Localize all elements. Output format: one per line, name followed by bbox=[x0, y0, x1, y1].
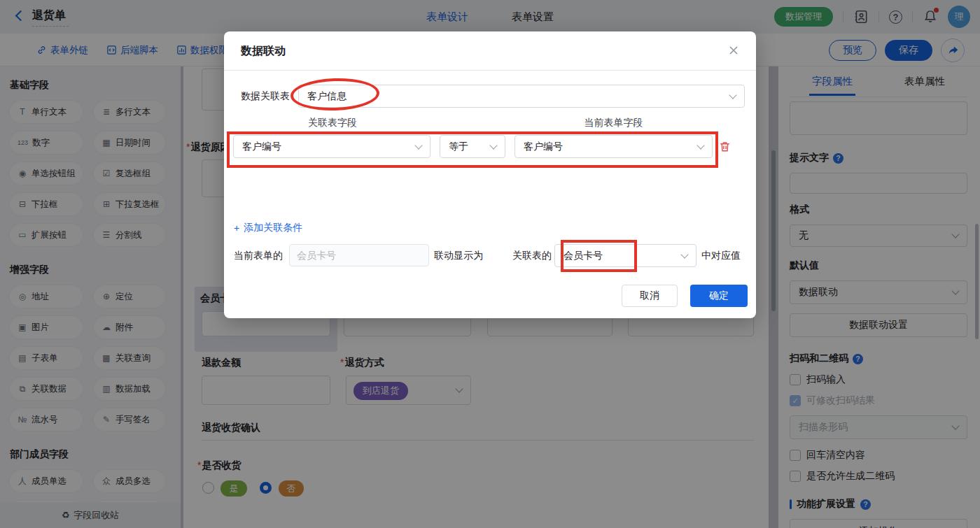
linked-table-label: 数据关联表 bbox=[241, 85, 290, 107]
add-condition-link[interactable]: + 添加关联条件 bbox=[234, 222, 302, 234]
related-table-prefix: 关联表的 bbox=[512, 244, 552, 266]
current-form-prefix: 当前表单的 bbox=[234, 244, 283, 266]
dialog-header-divider bbox=[224, 70, 756, 71]
chevron-down-icon bbox=[489, 141, 497, 149]
close-icon[interactable] bbox=[727, 43, 741, 57]
related-display-field-select[interactable]: 会员卡号 bbox=[554, 244, 696, 267]
data-linkage-dialog: 数据联动 数据关联表 客户信息 关联表字段 当前表单字段 客户编号 等于 客户编… bbox=[224, 31, 756, 318]
delete-condition-icon[interactable] bbox=[718, 140, 732, 153]
chevron-down-icon bbox=[696, 141, 704, 149]
chevron-down-icon bbox=[729, 91, 736, 99]
chevron-down-icon bbox=[414, 141, 422, 149]
linked-table-select[interactable]: 客户信息 bbox=[298, 85, 745, 108]
column-header-current-field: 当前表单字段 bbox=[514, 117, 713, 129]
corresponding-value-suffix: 中对应值 bbox=[701, 244, 741, 266]
link-show-label: 联动显示为 bbox=[434, 244, 483, 266]
current-field-select[interactable]: 客户编号 bbox=[514, 135, 713, 158]
operator-select[interactable]: 等于 bbox=[440, 135, 505, 158]
current-field-input[interactable] bbox=[289, 244, 429, 266]
cancel-button[interactable]: 取消 bbox=[622, 285, 678, 307]
plus-icon: + bbox=[234, 222, 239, 234]
related-field-select[interactable]: 客户编号 bbox=[233, 135, 430, 158]
chevron-down-icon bbox=[680, 250, 688, 258]
confirm-button[interactable]: 确定 bbox=[690, 285, 748, 307]
column-header-related-field: 关联表字段 bbox=[234, 117, 431, 129]
dialog-title: 数据联动 bbox=[241, 44, 286, 59]
